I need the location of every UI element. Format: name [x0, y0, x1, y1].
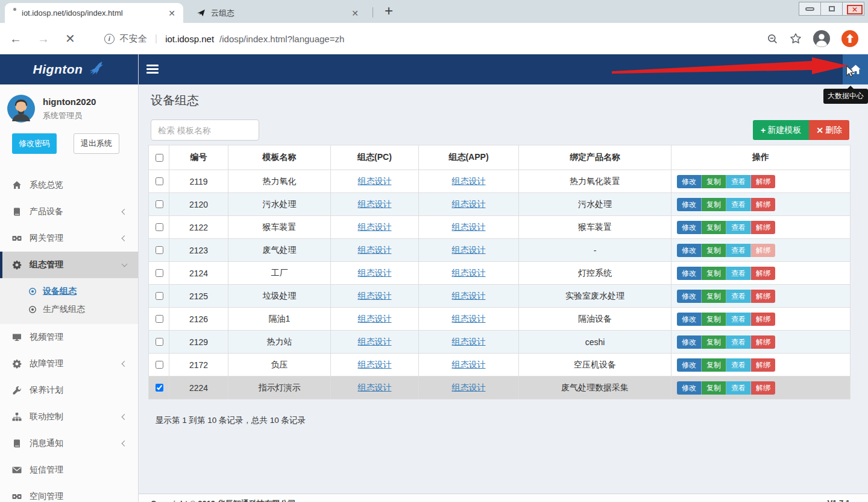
- big-data-center-home-button[interactable]: [843, 54, 868, 84]
- edit-button[interactable]: 修改: [677, 221, 702, 234]
- sidebar-subitem-device-scada[interactable]: 设备组态: [0, 282, 138, 300]
- copy-button[interactable]: 复制: [702, 381, 726, 395]
- user-avatar[interactable]: [7, 95, 35, 122]
- sidebar-item-linkage-control[interactable]: 联动控制: [0, 404, 138, 430]
- app-config-design-link[interactable]: 组态设计: [452, 176, 486, 186]
- app-config-design-link[interactable]: 组态设计: [452, 199, 486, 209]
- browser-extension-icon[interactable]: [841, 30, 858, 47]
- logout-button[interactable]: 退出系统: [74, 133, 119, 154]
- row-checkbox[interactable]: [156, 361, 163, 369]
- row-checkbox[interactable]: [156, 200, 163, 208]
- window-minimize-button[interactable]: [799, 2, 821, 16]
- sidebar-item-maintenance-plan[interactable]: 保养计划: [0, 377, 138, 404]
- sidebar-subitem-production-line-scada[interactable]: 生产线组态: [0, 300, 138, 319]
- view-button[interactable]: 查看: [726, 221, 751, 234]
- row-checkbox[interactable]: [156, 338, 163, 346]
- unbind-button[interactable]: 解绑: [751, 244, 775, 257]
- unbind-button[interactable]: 解绑: [751, 198, 775, 211]
- browser-tab-cloud-scada[interactable]: 云组态 ✕: [188, 3, 366, 23]
- change-password-button[interactable]: 修改密码: [12, 133, 57, 154]
- unbind-button[interactable]: 解绑: [751, 290, 775, 303]
- window-restore-button[interactable]: [820, 2, 843, 16]
- menu-toggle-hamburger-icon[interactable]: [146, 65, 159, 75]
- copy-button[interactable]: 复制: [702, 267, 726, 280]
- edit-button[interactable]: 修改: [677, 244, 702, 257]
- view-button[interactable]: 查看: [726, 290, 751, 303]
- stop-reload-icon[interactable]: ✕: [65, 31, 75, 46]
- edit-button[interactable]: 修改: [677, 335, 702, 349]
- row-checkbox[interactable]: [156, 384, 163, 392]
- sidebar-item-message-notification[interactable]: 消息通知: [0, 430, 138, 457]
- copy-button[interactable]: 复制: [702, 221, 726, 234]
- browser-tab-current[interactable]: iot.idosp.net/idosp/index.html ✕: [5, 3, 183, 23]
- copy-button[interactable]: 复制: [702, 290, 726, 303]
- view-button[interactable]: 查看: [726, 267, 751, 280]
- app-config-design-link[interactable]: 组态设计: [452, 314, 486, 323]
- unbind-button[interactable]: 解绑: [751, 221, 775, 234]
- browser-profile-avatar[interactable]: [813, 30, 830, 47]
- pc-config-design-link[interactable]: 组态设计: [358, 245, 392, 255]
- pc-config-design-link[interactable]: 组态设计: [358, 337, 392, 346]
- view-button[interactable]: 查看: [726, 244, 751, 257]
- pc-config-design-link[interactable]: 组态设计: [358, 199, 392, 209]
- copy-button[interactable]: 复制: [702, 198, 726, 211]
- copy-button[interactable]: 复制: [702, 313, 726, 326]
- pc-config-design-link[interactable]: 组态设计: [358, 360, 392, 369]
- forward-icon[interactable]: →: [37, 32, 49, 46]
- sidebar-item-product-devices[interactable]: 产品设备: [0, 199, 138, 225]
- app-config-design-link[interactable]: 组态设计: [452, 383, 486, 392]
- view-button[interactable]: 查看: [726, 198, 751, 211]
- row-checkbox[interactable]: [156, 315, 163, 323]
- view-button[interactable]: 查看: [726, 175, 751, 188]
- edit-button[interactable]: 修改: [677, 290, 702, 303]
- pc-config-design-link[interactable]: 组态设计: [358, 176, 392, 186]
- view-button[interactable]: 查看: [726, 381, 751, 395]
- zoom-icon[interactable]: [767, 33, 778, 45]
- sidebar-item-gateway-management[interactable]: 网关管理: [0, 225, 138, 252]
- app-config-design-link[interactable]: 组态设计: [452, 268, 486, 278]
- sidebar-item-video-management[interactable]: 视频管理: [0, 324, 138, 351]
- unbind-button[interactable]: 解绑: [751, 267, 775, 280]
- back-icon[interactable]: ←: [10, 32, 22, 46]
- unbind-button[interactable]: 解绑: [751, 358, 775, 372]
- edit-button[interactable]: 修改: [677, 358, 702, 372]
- window-close-button[interactable]: ✕ ✕: [842, 2, 864, 16]
- view-button[interactable]: 查看: [726, 313, 751, 326]
- row-checkbox[interactable]: [156, 223, 163, 231]
- copy-button[interactable]: 复制: [702, 335, 726, 349]
- sidebar-item-space-management[interactable]: 空间管理: [0, 483, 138, 502]
- view-button[interactable]: 查看: [726, 335, 751, 349]
- new-template-button[interactable]: + 新建模板: [753, 120, 809, 140]
- pc-config-design-link[interactable]: 组态设计: [358, 222, 392, 232]
- app-config-design-link[interactable]: 组态设计: [452, 222, 486, 232]
- row-checkbox[interactable]: [156, 292, 163, 300]
- select-all-checkbox[interactable]: [156, 154, 163, 162]
- sidebar-item-scada-management[interactable]: 组态管理: [0, 252, 138, 278]
- sidebar-item-system-overview[interactable]: 系统总览: [0, 172, 138, 199]
- edit-button[interactable]: 修改: [677, 267, 702, 280]
- tab-close-icon[interactable]: ✕: [166, 8, 177, 18]
- delete-button[interactable]: ✕ 删除: [809, 120, 849, 140]
- info-icon[interactable]: i: [104, 34, 115, 44]
- edit-button[interactable]: 修改: [677, 313, 702, 326]
- browser-address-bar[interactable]: ← → ✕ i 不安全 | iot.idosp.net/idosp/index.…: [0, 23, 868, 54]
- app-config-design-link[interactable]: 组态设计: [452, 245, 486, 255]
- unbind-button[interactable]: 解绑: [751, 313, 775, 326]
- pc-config-design-link[interactable]: 组态设计: [358, 383, 392, 392]
- edit-button[interactable]: 修改: [677, 198, 702, 211]
- copy-button[interactable]: 复制: [702, 244, 726, 257]
- unbind-button[interactable]: 解绑: [751, 335, 775, 349]
- new-tab-button[interactable]: +: [380, 2, 397, 20]
- pc-config-design-link[interactable]: 组态设计: [358, 314, 392, 323]
- app-config-design-link[interactable]: 组态设计: [452, 337, 486, 346]
- app-config-design-link[interactable]: 组态设计: [452, 360, 486, 369]
- tab-close-icon[interactable]: ✕: [350, 8, 360, 18]
- edit-button[interactable]: 修改: [677, 175, 702, 188]
- search-input[interactable]: [151, 119, 259, 141]
- edit-button[interactable]: 修改: [677, 381, 702, 395]
- row-checkbox[interactable]: [156, 177, 163, 185]
- copy-button[interactable]: 复制: [702, 358, 726, 372]
- unbind-button[interactable]: 解绑: [751, 381, 775, 395]
- sidebar-item-fault-management[interactable]: 故障管理: [0, 351, 138, 377]
- unbind-button[interactable]: 解绑: [751, 175, 775, 188]
